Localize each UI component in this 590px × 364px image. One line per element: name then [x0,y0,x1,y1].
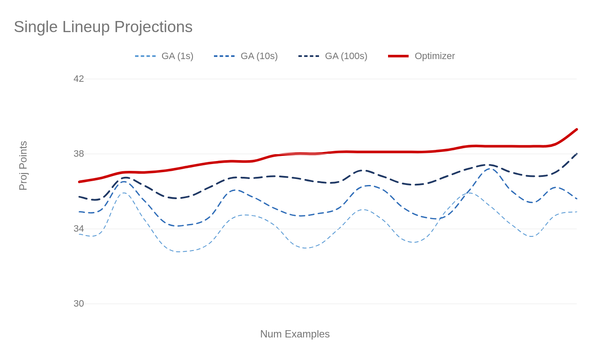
gridline [79,304,577,304]
legend-label: GA (1s) [162,51,194,62]
legend-label: GA (100s) [325,51,367,62]
legend-swatch-icon [135,55,156,57]
gridline [79,154,577,154]
y-axis-label: Proj Points [17,141,29,191]
chart-container: Single Lineup Projections GA (1s) GA (10… [0,0,590,364]
chart-title: Single Lineup Projections [14,18,193,36]
y-tick-label: 30 [74,298,84,309]
y-tick-label: 38 [74,148,84,159]
legend-swatch-icon [388,55,409,57]
legend-item-ga-10s: GA (10s) [214,51,278,62]
series-line [79,154,577,200]
gridline [79,229,577,229]
series-line [79,129,577,182]
y-tick-label: 42 [74,73,84,84]
chart-lines [79,79,577,304]
y-tick-label: 34 [74,223,84,234]
legend-item-ga-100s: GA (100s) [298,51,367,62]
legend-item-ga-1s: GA (1s) [135,51,194,62]
x-axis-label: Num Examples [0,328,590,340]
legend-label: GA (10s) [241,51,278,62]
series-line [79,169,577,226]
legend-item-optimizer: Optimizer [388,51,455,62]
plot-area [79,79,577,304]
legend-swatch-icon [298,55,319,57]
legend-label: Optimizer [415,51,455,62]
series-line [79,193,577,252]
legend-swatch-icon [214,55,235,57]
legend: GA (1s) GA (10s) GA (100s) Optimizer [0,51,590,62]
gridline [79,79,577,79]
